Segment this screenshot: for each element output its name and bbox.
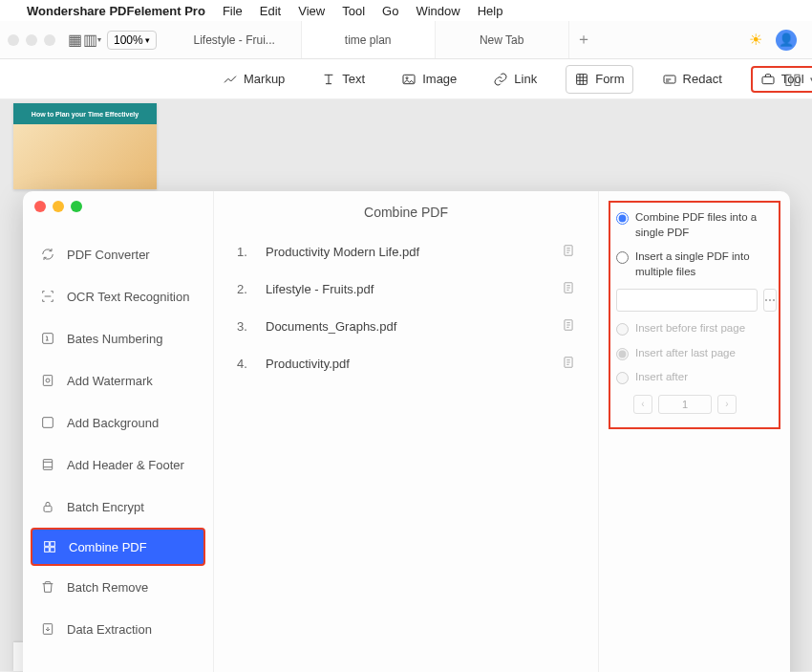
file-number: 4. xyxy=(237,357,266,371)
modal-options-panel: Combine PDF files into a single PDF Inse… xyxy=(599,191,790,672)
modal-traffic-lights[interactable] xyxy=(34,201,82,212)
tab-new-tab[interactable]: New Tab xyxy=(436,21,569,58)
grid-view-icon[interactable]: ▦ xyxy=(67,33,82,48)
markup-button[interactable]: Markup xyxy=(215,66,292,93)
insert-before-radio xyxy=(616,323,629,336)
main-area: How to Plan your Time Effectively PDF Co… xyxy=(0,99,812,671)
file-number: 2. xyxy=(237,282,266,296)
svg-rect-10 xyxy=(44,506,52,511)
scan-icon xyxy=(40,289,55,304)
user-icon: 👤 xyxy=(779,33,794,47)
text-button[interactable]: Text xyxy=(313,66,373,93)
svg-rect-13 xyxy=(45,548,50,553)
new-tab-button[interactable]: ＋ xyxy=(569,21,598,58)
radio-insert-after-last: Insert after last page xyxy=(616,346,773,361)
window-traffic-lights[interactable] xyxy=(8,34,55,46)
combine-options-box: Combine PDF files into a single PDF Inse… xyxy=(609,201,780,429)
menu-edit[interactable]: Edit xyxy=(260,4,281,18)
sidebar-item-pdf-converter[interactable]: PDF Converter xyxy=(23,233,213,275)
menu-window[interactable]: Window xyxy=(416,4,459,18)
zoom-dropdown[interactable]: 100% ▾ xyxy=(107,31,157,50)
sidebar-item-watermark[interactable]: Add Watermark xyxy=(23,359,213,401)
tab-timeplan[interactable]: time plan xyxy=(302,21,436,58)
link-icon xyxy=(493,72,508,87)
sidebar-view-icon[interactable]: ▥▾ xyxy=(84,33,99,48)
menu-file[interactable]: File xyxy=(223,4,243,18)
main-toolbar: Markup Text Image Link Form Redact Tool … xyxy=(0,59,812,99)
file-row[interactable]: 4. Productivity.pdf xyxy=(237,345,575,382)
sidebar-item-batch-remove[interactable]: Batch Remove xyxy=(23,566,213,608)
fullscreen-icon[interactable] xyxy=(71,201,82,212)
thumb-headline: How to Plan your Time Effectively xyxy=(13,103,157,124)
sidebar-item-batch-encrypt[interactable]: Batch Encrypt xyxy=(23,486,213,528)
page-display-icon[interactable]: ▯▯ xyxy=(785,72,801,87)
radio-insert-after-page: Insert after xyxy=(616,370,773,385)
page-range-icon[interactable] xyxy=(562,243,575,261)
lock-icon xyxy=(40,499,55,514)
page-thumbnails[interactable]: How to Plan your Time Effectively xyxy=(13,99,185,189)
combine-icon xyxy=(42,539,57,554)
sidebar-item-ocr[interactable]: OCR Text Recognition xyxy=(23,275,213,317)
zoom-value: 100% xyxy=(114,33,143,47)
user-avatar[interactable]: 👤 xyxy=(776,30,797,51)
radio-insert-multiple[interactable]: Insert a single PDF into multiple files xyxy=(616,249,773,279)
page-range-icon[interactable] xyxy=(562,280,575,298)
toolbox-icon xyxy=(760,72,776,87)
image-icon xyxy=(401,72,417,87)
combine-radio[interactable] xyxy=(616,212,629,225)
sidebar-item-header-footer[interactable]: Add Header & Footer xyxy=(23,444,213,486)
sidebar-item-combine-pdf[interactable]: Combine PDF xyxy=(31,528,205,566)
svg-rect-14 xyxy=(51,548,55,553)
browse-button[interactable]: ⋯ xyxy=(763,289,777,312)
svg-rect-8 xyxy=(43,418,53,428)
insert-after-radio xyxy=(616,372,629,384)
image-button[interactable]: Image xyxy=(394,66,464,93)
sidebar-item-background[interactable]: Add Background xyxy=(23,401,213,444)
watermark-icon xyxy=(40,373,55,388)
menu-tool[interactable]: Tool xyxy=(342,4,365,18)
tool-dropdown[interactable]: Tool ▾ xyxy=(751,66,812,93)
page-value: 1 xyxy=(658,395,712,414)
sidebar-item-bates[interactable]: Bates Numbering xyxy=(23,317,213,359)
menu-view[interactable]: View xyxy=(298,4,325,18)
svg-point-1 xyxy=(406,76,408,78)
modal-sidebar: PDF Converter OCR Text Recognition Bates… xyxy=(23,191,214,672)
file-name: Productivity.pdf xyxy=(266,357,562,371)
tab-lifestyle[interactable]: Lifestyle - Frui... xyxy=(168,21,302,58)
page-range-icon[interactable] xyxy=(562,355,575,373)
minimize-icon[interactable] xyxy=(53,201,64,212)
svg-point-7 xyxy=(46,379,50,382)
insert-target-input[interactable] xyxy=(616,289,758,312)
menu-go[interactable]: Go xyxy=(382,4,398,18)
step-next-button: › xyxy=(717,395,737,414)
radio-combine-single[interactable]: Combine PDF files into a single PDF xyxy=(616,210,773,240)
file-number: 1. xyxy=(237,245,266,259)
link-button[interactable]: Link xyxy=(485,66,545,93)
file-row[interactable]: 1. Productivity Modern Life.pdf xyxy=(237,233,575,271)
menu-help[interactable]: Help xyxy=(478,4,503,18)
mac-menubar: Wondershare PDFelement Pro File Edit Vie… xyxy=(0,0,812,21)
appearance-icon[interactable]: ☀ xyxy=(749,31,762,49)
file-list: 1. Productivity Modern Life.pdf 2. Lifes… xyxy=(214,233,598,382)
form-button[interactable]: Form xyxy=(566,65,632,94)
page-thumb-1[interactable]: How to Plan your Time Effectively xyxy=(13,103,157,189)
app-name: Wondershare PDFelement Pro xyxy=(27,4,205,18)
step-prev-button: ‹ xyxy=(633,395,652,414)
layout-buttons[interactable]: ▦ ▥▾ xyxy=(67,33,99,48)
file-row[interactable]: 2. Lifestyle - Fruits.pdf xyxy=(237,271,575,308)
file-row[interactable]: 3. Documents_Graphs.pdf xyxy=(237,308,575,345)
chevron-down-icon: ▾ xyxy=(145,35,150,45)
page-stepper: ‹ 1 › xyxy=(633,395,773,414)
number-icon xyxy=(40,331,55,346)
insert-radio[interactable] xyxy=(616,251,629,264)
svg-rect-9 xyxy=(43,460,52,470)
modal-center: Combine PDF 1. Productivity Modern Life.… xyxy=(214,191,599,672)
page-range-icon[interactable] xyxy=(562,317,575,336)
svg-rect-12 xyxy=(51,542,55,547)
file-number: 3. xyxy=(237,319,266,334)
redact-button[interactable]: Redact xyxy=(654,66,730,93)
close-icon[interactable] xyxy=(34,201,46,212)
sidebar-item-data-extraction[interactable]: Data Extraction xyxy=(23,608,213,650)
background-icon xyxy=(40,415,55,430)
header-footer-icon xyxy=(40,457,55,472)
